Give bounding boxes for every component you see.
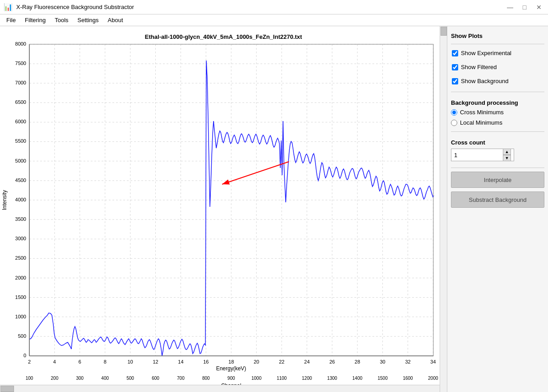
svg-text:30: 30 xyxy=(380,359,385,364)
svg-text:7500: 7500 xyxy=(15,61,26,66)
svg-text:34: 34 xyxy=(430,359,436,364)
spin-up-button[interactable]: ▲ xyxy=(503,149,511,155)
svg-text:3000: 3000 xyxy=(15,236,26,241)
divider-1 xyxy=(451,44,544,44)
scroll-thumb-v[interactable] xyxy=(441,27,447,36)
svg-text:2: 2 xyxy=(28,359,31,364)
cross-minimums-radio[interactable] xyxy=(451,109,457,116)
svg-text:0: 0 xyxy=(23,353,26,358)
svg-text:8000: 8000 xyxy=(15,41,26,47)
spin-down-button[interactable]: ▼ xyxy=(503,155,511,161)
substract-background-button[interactable]: Substract Background xyxy=(451,191,544,208)
minimize-button[interactable]: — xyxy=(505,2,515,13)
divider-4 xyxy=(451,168,544,168)
show-background-row: Show Background xyxy=(451,76,544,86)
menu-bar: File Filtering Tools Settings About xyxy=(0,14,548,26)
show-experimental-checkbox[interactable] xyxy=(452,50,458,56)
svg-text:1200: 1200 xyxy=(302,376,312,381)
close-button[interactable]: ✕ xyxy=(534,2,544,13)
svg-text:3500: 3500 xyxy=(15,216,26,222)
svg-text:26: 26 xyxy=(330,359,335,364)
svg-text:28: 28 xyxy=(355,359,360,364)
svg-text:6500: 6500 xyxy=(15,99,26,105)
svg-text:500: 500 xyxy=(126,376,134,381)
svg-text:5000: 5000 xyxy=(15,158,26,163)
svg-text:Energy(keV): Energy(keV) xyxy=(216,365,246,372)
svg-text:32: 32 xyxy=(405,359,410,364)
svg-text:1500: 1500 xyxy=(377,376,388,381)
svg-text:600: 600 xyxy=(152,376,159,381)
svg-text:2500: 2500 xyxy=(15,255,26,261)
divider-3 xyxy=(451,131,544,132)
svg-text:10: 10 xyxy=(127,359,133,364)
svg-text:Ethal-all-1000-glycn_40kV_5mA_: Ethal-all-1000-glycn_40kV_5mA_1000s_FeZn… xyxy=(145,33,302,40)
chart-svg: Ethal-all-1000-glycn_40kV_5mA_1000s_FeZn… xyxy=(0,26,447,392)
app-icon: 📊 xyxy=(4,3,13,11)
spinbox-arrows: ▲ ▼ xyxy=(503,149,511,161)
svg-text:20: 20 xyxy=(254,359,259,364)
show-experimental-row: Show Experimental xyxy=(451,48,544,58)
svg-text:1300: 1300 xyxy=(327,376,338,381)
svg-text:8: 8 xyxy=(104,359,107,364)
menu-about[interactable]: About xyxy=(103,16,128,24)
svg-text:100: 100 xyxy=(26,376,33,381)
svg-text:6: 6 xyxy=(79,359,81,364)
main-area: Ethal-all-1000-glycn_40kV_5mA_1000s_FeZn… xyxy=(0,26,548,392)
svg-text:300: 300 xyxy=(76,376,84,381)
divider-2 xyxy=(451,92,544,92)
svg-text:500: 500 xyxy=(18,333,26,339)
svg-text:900: 900 xyxy=(228,376,235,381)
show-background-label: Show Background xyxy=(461,78,509,84)
vertical-scrollbar[interactable] xyxy=(440,26,447,392)
cross-minimums-row: Cross Minimums xyxy=(451,109,544,116)
svg-text:700: 700 xyxy=(177,376,185,381)
svg-text:800: 800 xyxy=(202,376,210,381)
interpolate-button[interactable]: Interpolate xyxy=(451,172,544,188)
show-filtered-row: Show Filtered xyxy=(451,62,544,72)
svg-text:14: 14 xyxy=(178,359,183,364)
svg-text:1400: 1400 xyxy=(353,376,363,381)
scroll-thumb-h[interactable] xyxy=(0,386,14,392)
svg-text:22: 22 xyxy=(279,359,284,364)
svg-text:24: 24 xyxy=(304,359,310,364)
svg-text:200: 200 xyxy=(51,376,59,381)
svg-text:7000: 7000 xyxy=(15,80,26,85)
svg-text:4000: 4000 xyxy=(15,197,26,202)
menu-settings[interactable]: Settings xyxy=(73,16,103,24)
svg-text:12: 12 xyxy=(153,359,158,364)
horizontal-scrollbar[interactable] xyxy=(0,385,440,392)
maximize-button[interactable]: □ xyxy=(519,2,530,13)
svg-text:1500: 1500 xyxy=(15,294,26,300)
svg-text:400: 400 xyxy=(101,376,109,381)
cross-count-spinbox: 1 ▲ ▼ xyxy=(451,149,514,161)
show-background-checkbox[interactable] xyxy=(452,78,458,84)
svg-text:6000: 6000 xyxy=(15,119,26,124)
local-minimums-row: Local Minimums xyxy=(451,119,544,126)
svg-text:16: 16 xyxy=(203,359,209,364)
svg-text:2000: 2000 xyxy=(428,376,438,381)
svg-text:1000: 1000 xyxy=(251,376,262,381)
svg-text:1600: 1600 xyxy=(403,376,413,381)
chart-area: Ethal-all-1000-glycn_40kV_5mA_1000s_FeZn… xyxy=(0,26,447,392)
svg-text:Intensity: Intensity xyxy=(1,190,8,210)
show-plots-title: Show Plots xyxy=(451,33,544,39)
svg-text:5500: 5500 xyxy=(15,138,26,144)
menu-filtering[interactable]: Filtering xyxy=(20,16,50,24)
sidebar: Show Plots Show Experimental Show Filter… xyxy=(447,26,548,392)
cross-count-spinbox-row: 1 ▲ ▼ xyxy=(451,149,544,161)
show-filtered-checkbox[interactable] xyxy=(452,64,458,70)
window-controls: — □ ✕ xyxy=(505,2,544,13)
svg-text:1000: 1000 xyxy=(15,314,26,319)
cross-minimums-label: Cross Minimums xyxy=(460,109,504,116)
svg-text:2000: 2000 xyxy=(15,275,26,280)
local-minimums-radio[interactable] xyxy=(451,120,457,126)
show-experimental-label: Show Experimental xyxy=(461,50,511,56)
menu-tools[interactable]: Tools xyxy=(50,16,73,24)
cross-count-value: 1 xyxy=(454,152,457,159)
window-title: X-Ray Fluorescence Background Substracto… xyxy=(16,4,134,10)
background-processing-title: Background processing xyxy=(451,99,544,106)
local-minimums-label: Local Minimums xyxy=(460,119,502,126)
title-bar: 📊 X-Ray Fluorescence Background Substrac… xyxy=(0,0,548,14)
menu-file[interactable]: File xyxy=(2,16,20,24)
cross-count-title: Cross count xyxy=(451,139,544,146)
